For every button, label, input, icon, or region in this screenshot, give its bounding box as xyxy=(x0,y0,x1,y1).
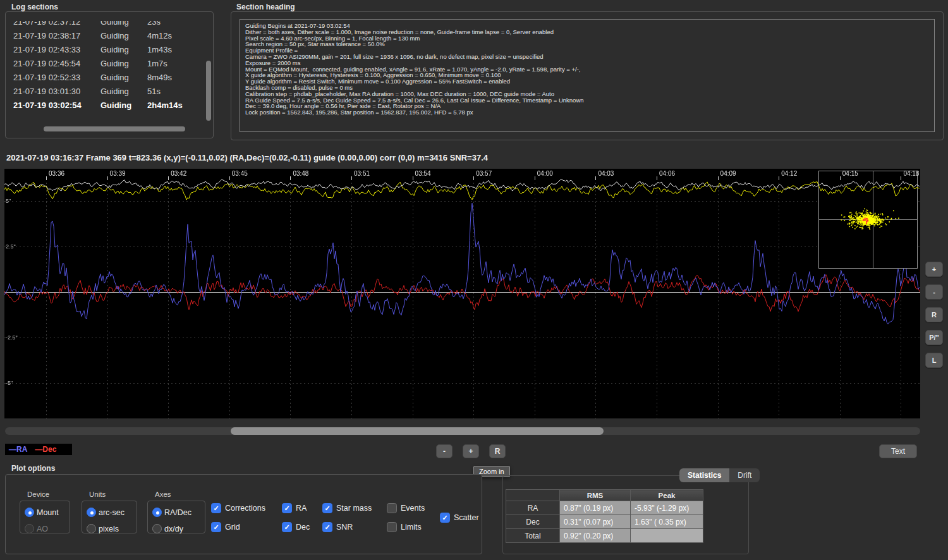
log-cell: 21-07-19 02:38:17 xyxy=(13,31,100,40)
units-label: Units xyxy=(89,490,106,498)
section-heading-line: Search region = 50 px, Star mass toleran… xyxy=(245,41,929,47)
vscale-plus-button[interactable]: + xyxy=(925,262,943,277)
stats-corner-cell xyxy=(506,490,560,501)
radio-arc-sec[interactable] xyxy=(87,508,96,517)
checkbox-scatter[interactable]: ✓ xyxy=(440,513,450,523)
tab-drift[interactable]: Drift xyxy=(729,468,760,482)
stats-rms-value: 0.92" (0.20 px) xyxy=(560,529,631,543)
checkbox-label-scatter: Scatter xyxy=(454,513,479,522)
vertical-buttons: +-RP/"L xyxy=(925,262,943,368)
log-section-row[interactable]: 21-07-19 02:43:33Guiding1m43s xyxy=(13,42,202,56)
checkbox-label-snr: SNR xyxy=(336,523,353,532)
radio-mount[interactable] xyxy=(25,508,34,517)
checkbox-ra[interactable]: ✓ xyxy=(282,503,292,513)
radio-ao xyxy=(25,524,34,533)
vscale-reset-button[interactable]: R xyxy=(925,307,943,322)
radio-label-arc-sec: arc-sec xyxy=(99,508,125,517)
log-cell: 1m43s xyxy=(147,45,202,54)
checkbox-label-star-mass: Star mass xyxy=(336,504,372,513)
radio-dx-dy[interactable] xyxy=(152,524,162,533)
checkbox-grid[interactable]: ✓ xyxy=(211,522,221,532)
checkbox-corrections[interactable]: ✓ xyxy=(211,503,221,513)
log-cell: 21-07-19 02:43:33 xyxy=(13,45,100,54)
checkbox-dec[interactable]: ✓ xyxy=(282,522,292,532)
hzoom-out-button[interactable]: - xyxy=(436,444,453,458)
plot-options-panel: DeviceMountAOUnitsarc-secpixelsAxesRA/De… xyxy=(5,474,482,554)
graph-legend: —RA—Dec xyxy=(5,444,72,455)
text-button[interactable]: Text xyxy=(879,444,917,458)
log-section-row[interactable]: 21-07-19 03:01:30Guiding51s xyxy=(13,84,202,98)
checkbox-label-ra: RA xyxy=(296,504,307,513)
log-cell: 21-07-19 03:02:54 xyxy=(13,100,100,110)
checkbox-label-limits: Limits xyxy=(401,523,422,532)
hzoom-in-button[interactable]: + xyxy=(463,444,479,458)
graph-nav-buttons: -+R xyxy=(436,444,506,458)
device-group: MountAO xyxy=(20,501,70,533)
graph-horizontal-scrollbar[interactable] xyxy=(5,427,920,435)
graph-scrollbar-thumb[interactable] xyxy=(231,427,604,435)
log-cell: Guiding xyxy=(100,45,147,54)
radio-label-pixels: pixels xyxy=(99,525,119,533)
log-section-row[interactable]: 21-07-19 02:52:33Guiding8m49s xyxy=(13,70,202,84)
lock-scale-button[interactable]: L xyxy=(925,353,943,368)
vscale-minus-button[interactable]: - xyxy=(925,284,943,300)
log-cell: Guiding xyxy=(100,21,147,27)
radio-pixels[interactable] xyxy=(87,524,96,533)
radio-label-mount: Mount xyxy=(37,508,59,517)
stats-rms-value: 0.87" (0.19 px) xyxy=(560,501,631,515)
log-cell: Guiding xyxy=(100,59,147,68)
radio-ra-dec[interactable] xyxy=(152,508,162,517)
tab-statistics[interactable]: Statistics xyxy=(679,468,729,482)
checkbox-label-grid: Grid xyxy=(225,523,240,532)
checkbox-star-mass[interactable]: ✓ xyxy=(322,503,332,513)
guide-graph-canvas[interactable] xyxy=(4,169,920,418)
guide-graph[interactable] xyxy=(4,169,920,418)
checkbox-events[interactable] xyxy=(387,503,397,513)
stats-peak-value xyxy=(631,529,703,543)
legend-ra: —RA xyxy=(9,445,27,454)
units-group: arc-secpixels xyxy=(82,501,137,533)
log-vertical-scrollbar[interactable] xyxy=(206,61,211,121)
log-horizontal-scrollbar[interactable] xyxy=(44,126,185,131)
stats-rms-value: 0.31" (0.07 px) xyxy=(560,515,631,529)
log-section-row[interactable]: 21-07-19 02:37:12Guiding23s xyxy=(13,21,202,28)
stats-row-dec: Dec0.31" (0.07 px)1.63" ( 0.35 px) xyxy=(506,515,703,529)
stats-peak-value: 1.63" ( 0.35 px) xyxy=(631,515,703,529)
log-section-row[interactable]: 21-07-19 03:02:54Guiding2h4m14s xyxy=(13,98,202,112)
log-cell: 1m7s xyxy=(147,59,202,68)
log-sections-table[interactable]: 21-07-19 02:37:12Guiding23s21-07-19 02:3… xyxy=(13,21,202,129)
stats-row-ra: RA0.87" (0.19 px)-5.93" (-1.29 px) xyxy=(506,501,703,515)
axes-label: Axes xyxy=(155,490,171,498)
section-heading-panel: Guiding Begins at 2021-07-19 03:02:54Dit… xyxy=(231,11,944,140)
device-label: Device xyxy=(27,490,49,498)
checkbox-label-events: Events xyxy=(401,504,425,513)
stats-row-label: RA xyxy=(506,501,560,515)
radio-label-ao: AO xyxy=(37,525,48,533)
stats-row-label: Dec xyxy=(506,515,560,529)
log-sections-panel: 21-07-19 02:37:12Guiding23s21-07-19 02:3… xyxy=(5,11,214,138)
section-heading-line: Camera = ZWO ASI290MM, gain = 201, full … xyxy=(245,54,929,60)
log-cell: Guiding xyxy=(100,87,147,96)
stats-row-total: Total0.92" (0.20 px) xyxy=(506,529,703,543)
log-sections-title: Log sections xyxy=(11,3,58,11)
log-cell: 21-07-19 02:37:12 xyxy=(13,21,100,27)
log-cell: Guiding xyxy=(100,100,147,110)
log-cell: 21-07-19 02:52:33 xyxy=(13,73,100,82)
stats-peak-value: -5.93" (-1.29 px) xyxy=(631,501,703,515)
statistics-table: RMSPeakRA0.87" (0.19 px)-5.93" (-1.29 px… xyxy=(506,489,703,543)
stats-tabs: StatisticsDrift xyxy=(679,468,760,482)
log-section-row[interactable]: 21-07-19 02:38:17Guiding4m12s xyxy=(13,28,202,42)
checkbox-limits[interactable] xyxy=(387,522,397,532)
frame-status-line: 2021-07-19 03:16:37 Frame 369 t=823.36 (… xyxy=(6,153,488,162)
log-cell: 8m49s xyxy=(147,73,202,82)
log-cell: 21-07-19 03:01:30 xyxy=(13,87,100,96)
hzoom-reset-button[interactable]: R xyxy=(489,444,506,458)
checkbox-snr[interactable]: ✓ xyxy=(322,522,332,532)
log-section-row[interactable]: 21-07-19 02:45:54Guiding1m7s xyxy=(13,56,202,70)
stats-row-label: Total xyxy=(506,529,560,543)
axes-group: RA/Decdx/dy xyxy=(147,501,205,533)
plot-options-title: Plot options xyxy=(11,464,55,473)
pixels-arcsec-toggle-button[interactable]: P/" xyxy=(925,330,943,345)
section-heading-box: Guiding Begins at 2021-07-19 03:02:54Dit… xyxy=(240,19,935,132)
log-cell: 21-07-19 02:45:54 xyxy=(13,59,100,68)
